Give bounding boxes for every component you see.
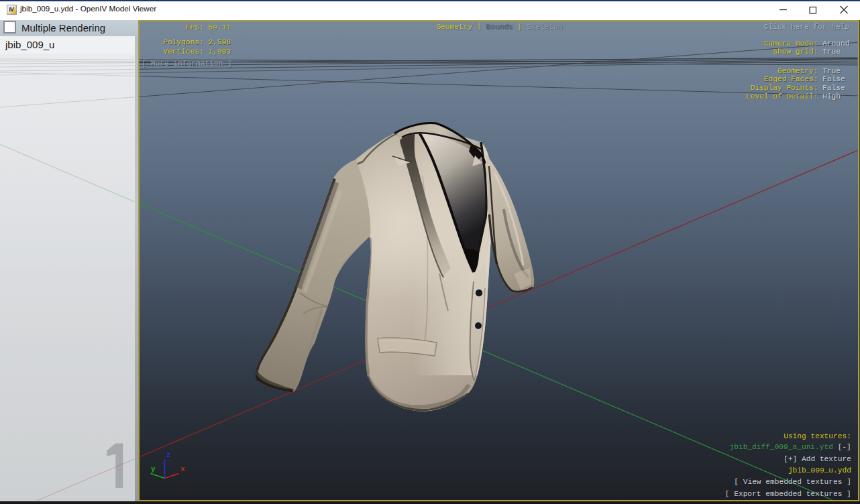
svg-text:y: y (151, 465, 156, 473)
svg-text:z: z (166, 451, 171, 459)
svg-text:x: x (180, 465, 185, 473)
